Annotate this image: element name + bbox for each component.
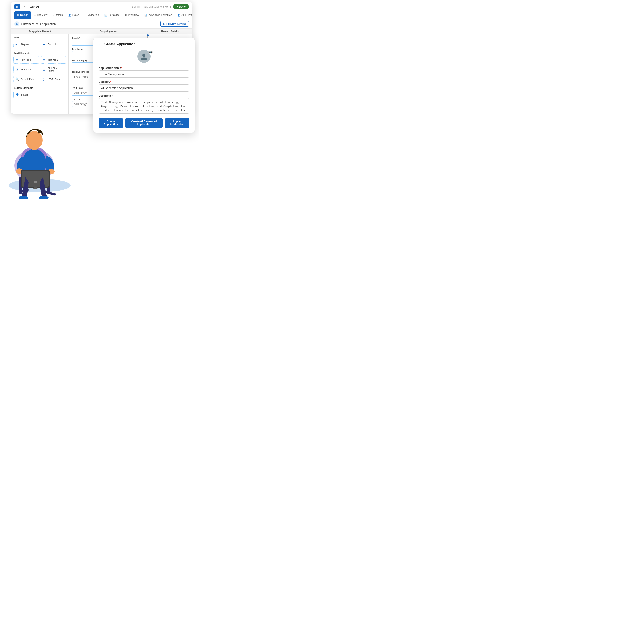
tab-workflow[interactable]: ⚙ Workflow — [122, 11, 142, 19]
svg-point-20 — [147, 34, 149, 36]
col-header-details: Element Details — [148, 29, 192, 34]
element-auto-gen[interactable]: ⚙ Auto Gen — [13, 65, 39, 74]
modal-actions: Create Application Create AI Generated A… — [99, 118, 189, 128]
element-text-filed[interactable]: ▤ Text Filed — [13, 56, 39, 64]
app-name-input[interactable] — [99, 70, 189, 78]
customize-icon: ✕ — [14, 21, 19, 26]
tab-api-platform[interactable]: 👤 API Platform — [175, 11, 192, 19]
tab-validation[interactable]: ✓ Validation — [82, 11, 102, 19]
create-application-button[interactable]: Create Application — [99, 118, 123, 128]
html-code-icon: ◇ — [43, 77, 46, 81]
import-application-button[interactable]: Import Application — [165, 118, 189, 128]
tabs-section-title: Tabs — [11, 34, 68, 40]
svg-rect-5 — [46, 191, 56, 196]
preview-icon: ⊡ — [163, 22, 165, 25]
done-button[interactable]: ✓ Done — [173, 4, 189, 9]
element-button[interactable]: 👤 Button — [13, 91, 39, 98]
back-button[interactable]: ← — [22, 4, 28, 9]
avatar-area: 📷 — [99, 50, 189, 63]
description-textarea[interactable]: Task Management involves the process of … — [99, 98, 189, 114]
workflow-icon: ⚙ — [125, 14, 127, 17]
search-field-icon: 🔍 — [15, 77, 19, 81]
text-elements-grid: ▤ Text Filed ▤ Text Area ⚙ Auto Gen ▤ Ri… — [11, 55, 68, 85]
tab-advanced-formulas[interactable]: 📊 Advanced Formulas — [142, 11, 175, 19]
create-ai-application-button[interactable]: Create AI Generated Application — [125, 118, 163, 128]
text-area-icon: ▤ — [43, 58, 46, 62]
tab-formulas[interactable]: 📄 Formulas — [102, 11, 122, 19]
nav-tabs: ✕ Design ☰ List View ℹ Details 👤 Roles ✓… — [11, 11, 192, 19]
customize-bar: ✕ Customize Your Application ⊡ Preview L… — [11, 19, 192, 29]
tab-list-view[interactable]: ☰ List View — [31, 11, 50, 19]
element-text-area[interactable]: ▤ Text Area — [41, 56, 66, 64]
list-icon: ☰ — [34, 14, 36, 17]
col-header-draggable: Draggable Element — [11, 29, 69, 34]
modal-header: ← Create Application — [99, 42, 189, 46]
text-elements-section-title: Text Elements — [11, 50, 68, 55]
text-filed-icon: ▤ — [15, 58, 19, 62]
svg-point-13 — [33, 187, 38, 189]
description-label: Description — [99, 94, 189, 97]
modal-title: Create Application — [104, 42, 136, 46]
logo-icon: B — [14, 4, 20, 9]
svg-point-14 — [34, 181, 37, 183]
button-elements-section-title: Button Elements — [11, 85, 68, 90]
camera-badge[interactable]: 📷 — [148, 50, 153, 54]
accordion-icon: ☰ — [43, 43, 46, 46]
preview-layout-button[interactable]: ⊡ Preview Layout — [160, 21, 189, 27]
element-rich-text[interactable]: ▤ Rich Text Editor — [41, 65, 66, 74]
element-html-code[interactable]: ◇ HTML Code — [41, 76, 66, 83]
tab-roles[interactable]: 👤 Roles — [66, 11, 82, 19]
top-bar: B ← Gen AI Gen AI › Task Management Form… — [11, 2, 192, 11]
rich-text-icon: ▤ — [43, 68, 46, 71]
tab-design[interactable]: ✕ Design — [14, 11, 31, 19]
left-panel: Tabs ≡ Stepper ☰ Accordion Text Elements… — [11, 34, 69, 114]
button-elements-grid: 👤 Button — [11, 90, 68, 100]
element-accordion[interactable]: ☰ Accordion — [41, 41, 66, 48]
category-required: * — [110, 80, 111, 83]
element-search-field[interactable]: 🔍 Search Field — [13, 76, 39, 83]
validation-icon: ✓ — [85, 14, 87, 17]
app-name-label: Application Name* — [99, 66, 189, 70]
api-icon: 👤 — [177, 14, 180, 17]
modal-back-button[interactable]: ← — [99, 42, 102, 46]
stepper-icon: ≡ — [15, 43, 19, 46]
app-name-required: * — [121, 66, 122, 70]
svg-point-16 — [39, 196, 49, 199]
svg-point-15 — [19, 196, 28, 199]
formulas-icon: 📄 — [104, 14, 107, 17]
element-stepper[interactable]: ≡ Stepper — [13, 41, 39, 48]
auto-gen-icon: ⚙ — [15, 68, 19, 71]
customize-title: Customize Your Application — [21, 22, 56, 26]
app-title: Gen AI — [30, 5, 39, 8]
design-icon: ✕ — [17, 14, 19, 17]
svg-point-26 — [142, 53, 145, 57]
details-icon: ℹ — [53, 14, 54, 17]
col-header-dropping: Dropping Area — [69, 29, 148, 34]
category-input[interactable] — [99, 84, 189, 92]
breadcrumb: Gen AI › Task Management Form — [132, 5, 171, 8]
tabs-elements-grid: ≡ Stepper ☰ Accordion — [11, 40, 68, 50]
adv-formulas-icon: 📊 — [144, 14, 147, 17]
button-icon: 👤 — [15, 93, 19, 96]
tab-details[interactable]: ℹ Details — [50, 11, 66, 19]
create-application-modal: ← Create Application 📷 Application Name*… — [93, 38, 195, 133]
category-label: Category* — [99, 80, 189, 83]
roles-icon: 👤 — [68, 14, 71, 17]
